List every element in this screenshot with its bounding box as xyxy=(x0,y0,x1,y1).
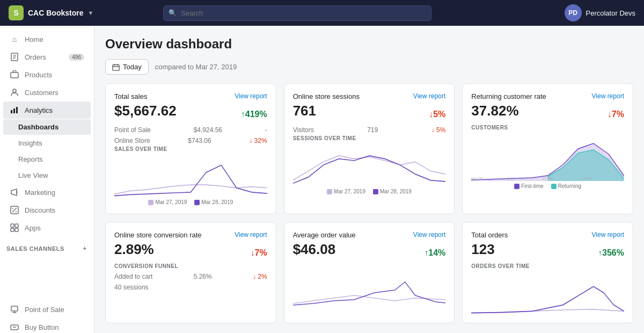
subrow-label: Visitors xyxy=(293,126,314,134)
sidebar: ⌂ Home Orders 496 Products Customers xyxy=(0,26,94,333)
sidebar-item-label: Buy Button xyxy=(25,323,59,331)
sidebar-item-insights[interactable]: Insights xyxy=(3,135,91,151)
analytics-icon xyxy=(10,105,19,115)
search-input[interactable] xyxy=(163,5,431,21)
sidebar-item-apps[interactable]: Apps xyxy=(3,219,91,236)
svg-rect-16 xyxy=(15,228,18,231)
page-title: Overview dashboard xyxy=(105,37,633,52)
add-channel-icon[interactable]: ＋ xyxy=(82,244,88,252)
channels-section: SALES CHANNELS ＋ xyxy=(0,237,94,255)
sidebar-item-reports[interactable]: Reports xyxy=(3,151,91,167)
svg-rect-14 xyxy=(15,224,18,227)
brand[interactable]: S CAC Bookstore ▼ xyxy=(9,5,93,20)
orders-chart xyxy=(471,271,624,314)
view-report-link[interactable]: View report xyxy=(235,231,267,238)
home-icon: ⌂ xyxy=(10,34,19,44)
sidebar-item-label: Reports xyxy=(18,155,43,163)
sidebar-item-marketing[interactable]: Marketing xyxy=(3,184,91,201)
subrow-value: 5.26% xyxy=(194,273,212,280)
marketing-icon xyxy=(10,187,19,197)
returning-chart: Mar 28 6 AM 12 PM 6 PM xyxy=(471,133,624,181)
chart-label: SALES OVER TIME xyxy=(114,146,267,152)
chart-label: CUSTOMERS xyxy=(471,125,624,131)
subrow-change: ↓ 5% xyxy=(431,126,446,134)
sidebar-item-label: Apps xyxy=(25,224,41,232)
card-subrows: Visitors 719 ↓ 5% xyxy=(293,125,446,135)
chart-label: SESSIONS OVER TIME xyxy=(293,135,446,141)
svg-rect-6 xyxy=(11,110,12,113)
avatar: PD xyxy=(565,4,582,21)
card-conversion-rate: Online store conversion rate View report… xyxy=(105,222,276,323)
card-title: Online store conversion rate xyxy=(114,231,202,239)
main-content: Overview dashboard Today compared to Mar… xyxy=(94,26,644,333)
products-icon xyxy=(10,70,19,79)
shopify-logo: S xyxy=(9,5,24,20)
sidebar-item-online-store[interactable]: Online Store 👁 xyxy=(3,255,91,300)
card-change: ↑419% xyxy=(241,110,267,119)
sidebar-item-label: Analytics xyxy=(25,106,53,114)
discounts-icon xyxy=(10,205,19,215)
card-avg-order: Average order value View report $46.08 ↑… xyxy=(284,222,455,323)
sidebar-item-discounts[interactable]: Discounts xyxy=(3,201,91,219)
view-report-link[interactable]: View report xyxy=(235,92,267,100)
svg-point-12 xyxy=(16,211,17,212)
card-online-sessions: Online store sessions View report 761 ↓5… xyxy=(284,83,455,214)
subrow-label: Point of Sale xyxy=(114,126,151,134)
compare-text: compared to Mar 27, 2019 xyxy=(155,63,237,71)
svg-rect-8 xyxy=(16,107,18,113)
card-change: ↓7% xyxy=(251,248,267,258)
sales-chart xyxy=(114,154,267,197)
card-title: Total sales xyxy=(114,92,147,100)
cards-row1: Total sales View report $5,667.62 ↑419% … xyxy=(105,83,633,214)
svg-text:12 PM: 12 PM xyxy=(543,177,553,180)
subrow-online: Online Store $743.06 ↓ 32% xyxy=(114,135,267,146)
orders-icon xyxy=(10,52,19,62)
user-menu[interactable]: PD Percolator Devs xyxy=(565,4,635,21)
subrow-visitors: Visitors 719 ↓ 5% xyxy=(293,125,446,135)
search-container: 🔍 xyxy=(163,5,431,21)
sidebar-item-label: Point of Sale xyxy=(25,306,64,314)
sidebar-item-buy-button[interactable]: Buy Button xyxy=(3,318,91,333)
sidebar-item-customers[interactable]: Customers xyxy=(3,84,91,101)
svg-rect-7 xyxy=(13,108,15,113)
svg-rect-17 xyxy=(11,306,18,311)
card-value: 761 xyxy=(293,103,316,119)
cards-row2: Online store conversion rate View report… xyxy=(105,222,633,323)
sidebar-item-label: Marketing xyxy=(25,189,55,197)
today-button[interactable]: Today xyxy=(105,59,149,75)
subrow-label: Added to cart xyxy=(114,273,152,280)
sidebar-item-label: Home xyxy=(25,35,43,44)
card-total-orders: Total orders View report 123 ↑356% ORDER… xyxy=(462,222,633,323)
sidebar-item-orders[interactable]: Orders 496 xyxy=(3,48,91,66)
sidebar-item-products[interactable]: Products xyxy=(3,66,91,83)
sidebar-item-point-of-sale[interactable]: Point of Sale xyxy=(3,301,91,318)
card-value: 2.89% xyxy=(114,241,154,258)
topnav: S CAC Bookstore ▼ 🔍 PD Percolator Devs xyxy=(0,0,644,26)
card-subrows: Added to cart 5.26% ↓ 2% 40 sessions xyxy=(114,271,267,293)
subrow-pos: Point of Sale $4,924.56 - xyxy=(114,125,267,135)
view-report-link[interactable]: View report xyxy=(413,231,445,238)
chart-legend: First-time Returning xyxy=(471,183,624,189)
channels-label: SALES CHANNELS xyxy=(6,245,64,252)
sidebar-item-analytics[interactable]: Analytics xyxy=(3,102,91,119)
view-report-link[interactable]: View report xyxy=(592,231,624,238)
subrow-label: 40 sessions xyxy=(114,284,148,291)
card-subrows: Point of Sale $4,924.56 - Online Store $… xyxy=(114,125,267,146)
svg-text:Mar 28: Mar 28 xyxy=(471,177,482,180)
subrow-value: $4,924.56 xyxy=(194,126,222,134)
subrow-change: ↓ 32% xyxy=(249,137,267,144)
view-report-link[interactable]: View report xyxy=(413,92,445,100)
svg-text:6 AM: 6 AM xyxy=(507,177,515,180)
subrow-change: ↓ 2% xyxy=(253,273,267,280)
svg-rect-15 xyxy=(11,228,14,231)
sidebar-item-liveview[interactable]: Live View xyxy=(3,168,91,183)
svg-text:6 PM: 6 PM xyxy=(583,177,592,180)
chart-legend: Mar 27, 2019 Mar 28, 2019 xyxy=(293,189,446,194)
sidebar-item-dashboards[interactable]: Dashboards xyxy=(3,119,91,135)
card-title: Online store sessions xyxy=(293,92,360,100)
sidebar-item-home[interactable]: ⌂ Home xyxy=(3,31,91,48)
subrow-change: - xyxy=(265,126,267,134)
view-report-link[interactable]: View report xyxy=(592,92,624,100)
svg-rect-20 xyxy=(113,64,119,70)
sidebar-item-label: Live View xyxy=(18,171,48,179)
